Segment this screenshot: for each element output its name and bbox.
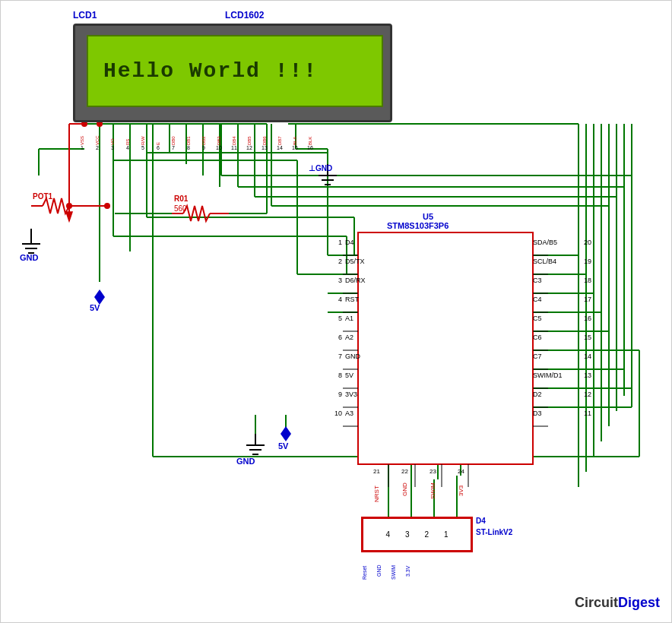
pot-ref: POT1 bbox=[33, 192, 52, 201]
gnd-lcd: ⊥GND bbox=[312, 164, 332, 172]
lcd-display: Hello World !!! bbox=[73, 24, 392, 122]
lcd-screen: Hello World !!! bbox=[87, 35, 383, 107]
r01-ref: R01 bbox=[174, 194, 188, 203]
lcd-label2: LCD1602 bbox=[225, 10, 264, 21]
mcu-bottom-pins: 21 NRST 22 GND 23 SWIM 24 3V3 bbox=[373, 468, 464, 502]
svg-marker-102 bbox=[94, 289, 105, 305]
stlink-name: ST-LinkV2 bbox=[476, 528, 512, 536]
mcu-left-pins: 1D4 2D5/TX 3D6/RX 4RST 5A1 6A2 7GND 85V … bbox=[331, 232, 366, 422]
watermark-digest: Digest bbox=[618, 595, 660, 610]
mcu-ref: U5 bbox=[423, 212, 433, 221]
stlink-box: 4 3 2 1 bbox=[362, 517, 472, 552]
lcd-text: Hello World !!! bbox=[103, 59, 318, 83]
stlink-ref: D4 bbox=[476, 517, 486, 525]
pwr-5v-left: 5V bbox=[90, 303, 100, 312]
pwr-5v-mid: 5V bbox=[278, 441, 288, 451]
stlink-pin-labels: Reset GND SWIM 3.3V bbox=[362, 555, 410, 580]
svg-marker-83 bbox=[66, 212, 72, 221]
gnd-mid: GND bbox=[236, 457, 255, 466]
gnd-pot: GND bbox=[20, 253, 38, 262]
watermark-circuit: Circuit bbox=[575, 595, 618, 610]
svg-point-104 bbox=[66, 203, 72, 209]
mcu-right-pins: SDA/B520 SCL/B419 C318 C417 C516 C615 C7… bbox=[533, 232, 598, 422]
watermark: CircuitDigest bbox=[575, 595, 660, 611]
r01-value: 560 bbox=[174, 204, 187, 213]
svg-point-105 bbox=[104, 203, 110, 209]
circuit-diagram: Hello World !!! LCD1 LCD1602 VSS 1 VCC 2… bbox=[0, 0, 672, 623]
mcu-name: STM8S103F3P6 bbox=[387, 221, 449, 230]
svg-rect-108 bbox=[358, 232, 533, 464]
svg-marker-103 bbox=[281, 426, 291, 441]
lcd-pin-labels: VSS 1 VCC 2 VO 3 RS 4 R/W 5 E 6 DB0 7 DB… bbox=[74, 124, 318, 150]
lcd-label1: LCD1 bbox=[73, 10, 97, 21]
